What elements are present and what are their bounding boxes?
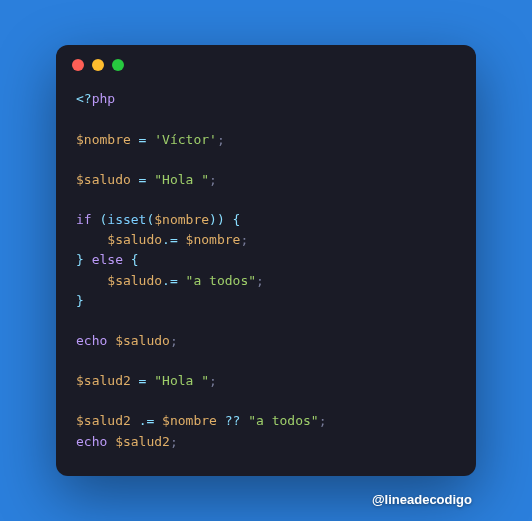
fn-isset: isset [107, 212, 146, 227]
maximize-icon[interactable] [112, 59, 124, 71]
var-nombre: $nombre [154, 212, 209, 227]
var-nombre: $nombre [76, 132, 131, 147]
php-open-tag: <? [76, 91, 92, 106]
kw-else: else [92, 252, 123, 267]
var-nombre: $nombre [162, 413, 217, 428]
space [217, 413, 225, 428]
space [123, 252, 131, 267]
semicolon: ; [170, 333, 178, 348]
var-salud2: $salud2 [115, 434, 170, 449]
op-assign: = [131, 373, 154, 388]
semicolon: ; [319, 413, 327, 428]
op-assign: = [131, 132, 154, 147]
semicolon: ; [256, 273, 264, 288]
brace-close: } [76, 293, 84, 308]
semicolon: ; [240, 232, 248, 247]
str-hola: "Hola " [154, 172, 209, 187]
str-atodos: "a todos" [186, 273, 256, 288]
op-nullcoalesce: ?? [225, 413, 241, 428]
window-titlebar [56, 45, 476, 77]
kw-echo: echo [76, 333, 107, 348]
op-concat: .= [139, 413, 162, 428]
op-assign: = [131, 172, 154, 187]
space [225, 212, 233, 227]
var-saludo: $saludo [107, 232, 162, 247]
code-window: <?php $nombre = 'Víctor'; $saludo = "Hol… [56, 45, 476, 476]
space [107, 434, 115, 449]
brace-close: } [76, 252, 84, 267]
var-saludo: $saludo [107, 273, 162, 288]
space [131, 413, 139, 428]
close-icon[interactable] [72, 59, 84, 71]
str-atodos: "a todos" [248, 413, 318, 428]
indent [76, 232, 107, 247]
op-concat: .= [162, 232, 185, 247]
semicolon: ; [217, 132, 225, 147]
op-concat: .= [162, 273, 185, 288]
semicolon: ; [209, 172, 217, 187]
php-keyword: php [92, 91, 115, 106]
space [107, 333, 115, 348]
paren-close: )) [209, 212, 225, 227]
semicolon: ; [170, 434, 178, 449]
credits-handle: @lineadecodigo [372, 492, 472, 507]
var-nombre: $nombre [186, 232, 241, 247]
kw-if: if [76, 212, 92, 227]
var-saludo: $saludo [115, 333, 170, 348]
var-salud2: $salud2 [76, 373, 131, 388]
brace-open: { [233, 212, 241, 227]
indent [76, 273, 107, 288]
brace-open: { [131, 252, 139, 267]
semicolon: ; [209, 373, 217, 388]
str-hola: "Hola " [154, 373, 209, 388]
var-salud2: $salud2 [76, 413, 131, 428]
space [84, 252, 92, 267]
var-saludo: $saludo [76, 172, 131, 187]
minimize-icon[interactable] [92, 59, 104, 71]
str-victor: 'Víctor' [154, 132, 217, 147]
kw-echo: echo [76, 434, 107, 449]
code-content: <?php $nombre = 'Víctor'; $saludo = "Hol… [56, 77, 476, 476]
